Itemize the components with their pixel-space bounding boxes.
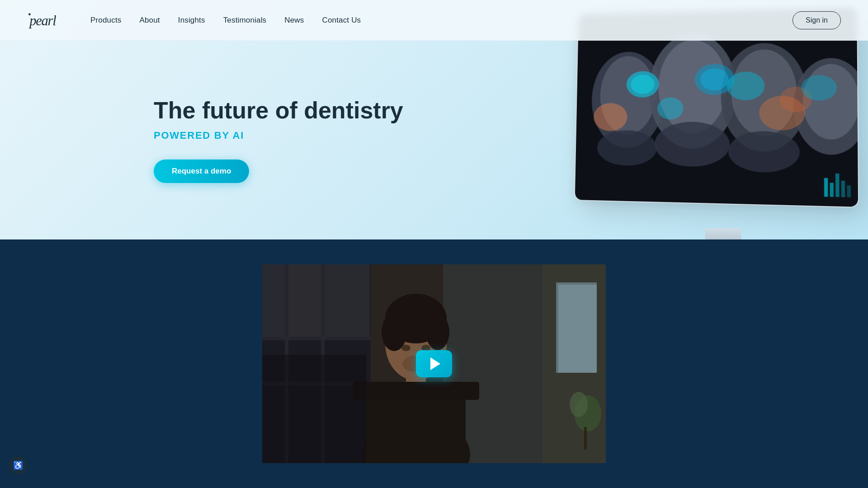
nav-insights[interactable]: Insights (178, 16, 205, 25)
hero-subtitle: POWERED BY AI (154, 130, 403, 141)
svg-rect-26 (835, 174, 840, 197)
nav-news[interactable]: News (284, 16, 304, 25)
svg-rect-33 (262, 337, 371, 340)
svg-rect-44 (584, 427, 587, 450)
logo-icon: pearl (27, 6, 63, 33)
svg-point-50 (382, 313, 407, 351)
svg-rect-35 (262, 264, 285, 337)
video-play-button[interactable] (416, 350, 452, 377)
hero-content: The future of dentistry POWERED BY AI Re… (0, 97, 403, 183)
svg-rect-27 (841, 181, 845, 197)
accessibility-icon: ♿ (13, 460, 23, 470)
svg-rect-28 (847, 185, 851, 197)
nav-testimonials[interactable]: Testimonials (223, 16, 267, 25)
svg-rect-24 (824, 178, 828, 197)
video-container[interactable] (262, 264, 606, 463)
svg-rect-25 (830, 183, 834, 197)
svg-rect-36 (288, 264, 321, 337)
main-nav: Products About Insights Testimonials New… (90, 16, 793, 25)
accessibility-button[interactable]: ♿ (9, 456, 27, 474)
svg-text:pearl: pearl (28, 13, 56, 28)
site-header: pearl Products About Insights Testimonia… (0, 0, 868, 41)
nav-products[interactable]: Products (90, 16, 121, 25)
svg-rect-37 (325, 264, 370, 337)
svg-point-51 (426, 314, 449, 350)
play-icon (430, 357, 440, 370)
monitor-stand (705, 228, 741, 239)
svg-point-52 (401, 345, 410, 351)
logo[interactable]: pearl (27, 6, 63, 35)
svg-point-1 (28, 13, 31, 15)
svg-point-20 (802, 75, 837, 101)
sign-in-button[interactable]: Sign in (793, 11, 841, 29)
svg-rect-56 (262, 355, 366, 463)
nav-contact[interactable]: Contact Us (322, 16, 361, 25)
video-section (0, 239, 868, 488)
hero-title: The future of dentistry (154, 97, 403, 124)
svg-point-43 (570, 392, 588, 417)
svg-rect-41 (558, 285, 597, 373)
nav-about[interactable]: About (139, 16, 160, 25)
svg-rect-55 (353, 382, 479, 400)
request-demo-button[interactable]: Request a demo (154, 160, 249, 183)
hero-monitor (570, 9, 868, 230)
